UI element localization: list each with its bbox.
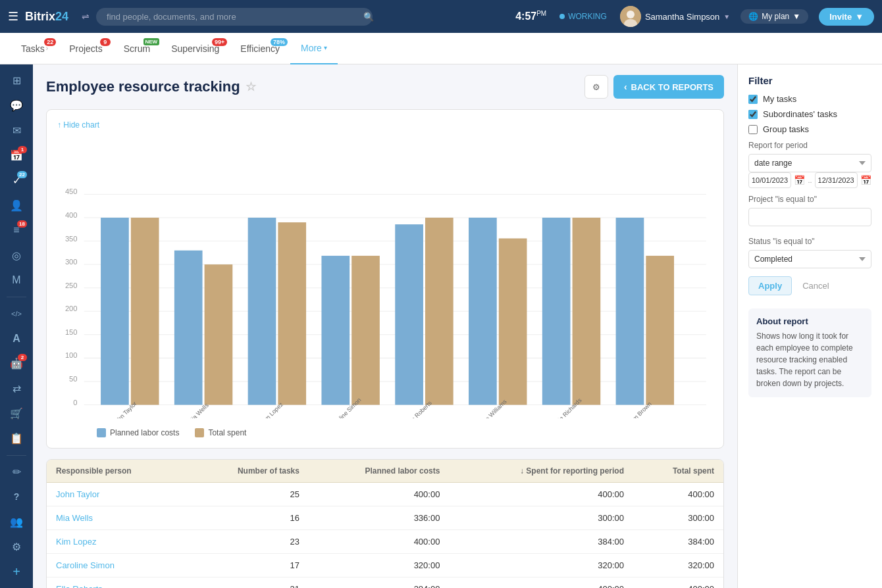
refresh-icon[interactable]: ⇌ <box>82 11 90 22</box>
svg-text:50: 50 <box>69 375 77 383</box>
right-panel: Filter My tasks Subordinates' tasks Grou… <box>737 64 882 588</box>
sidebar-item-font[interactable]: A <box>5 328 28 350</box>
sidebar-item-grid[interactable]: ⊞ <box>5 70 28 92</box>
sidebar-item-shop[interactable]: 🛒 <box>5 403 28 425</box>
person-cell[interactable]: Ella Roberts <box>47 577 188 588</box>
date-to-input[interactable] <box>815 172 858 188</box>
spent-cell: 384:00 <box>449 529 633 553</box>
sidebar-item-workflow[interactable]: ⇄ <box>5 378 28 400</box>
svg-rect-41 <box>542 218 571 405</box>
legend-planned-color <box>97 428 106 437</box>
svg-rect-32 <box>321 256 350 405</box>
person-cell[interactable]: Mia Wells <box>47 506 188 529</box>
svg-text:250: 250 <box>65 282 78 289</box>
sidebar-item-settings[interactable]: ⚙ <box>5 535 28 558</box>
sidebar-item-clipboard[interactable]: 📋 <box>5 428 28 450</box>
page-header: Employee resource tracking ☆ ⚙ ‹ BACK TO… <box>46 75 724 99</box>
table-row: John Taylor 25 400:00 400:00 400:00 <box>47 482 723 506</box>
legend-spent-color <box>195 428 204 437</box>
subordinates-checkbox[interactable]: Subordinates' tasks <box>748 109 871 119</box>
invite-chevron-icon: ▼ <box>855 12 864 22</box>
date-from-calendar-icon[interactable]: 📅 <box>794 175 805 185</box>
data-table-container: Responsible person Number of tasks Plann… <box>46 459 724 588</box>
period-select[interactable]: date range <box>748 154 871 172</box>
back-to-reports-button[interactable]: ‹ BACK TO REPORTS <box>613 75 724 99</box>
tasks-badge: 22 <box>44 38 56 46</box>
sidebar-item-robot[interactable]: 🤖2 <box>5 353 28 375</box>
sidebar-item-feed[interactable]: ≡18 <box>5 219 28 241</box>
back-icon: ‹ <box>624 82 627 92</box>
main-layout: ⊞ 💬 ✉ 📅1 ✓22 👤 ≡18 ◎ M </> A 🤖2 ⇄ 🛒 📋 ✏ … <box>0 64 882 588</box>
search-icon: 🔍 <box>363 12 374 22</box>
subnav-projects[interactable]: Projects 9 <box>59 33 113 64</box>
hide-chart-toggle[interactable]: ↑ Hide chart <box>57 120 713 130</box>
sidebar-item-mail[interactable]: ✉ <box>5 120 28 142</box>
cancel-button[interactable]: Cancel <box>797 276 834 295</box>
planned-cell: 336:00 <box>309 506 449 529</box>
legend-planned: Planned labor costs <box>97 428 179 437</box>
avatar <box>620 6 641 27</box>
table-row: Kim Lopez 23 400:00 384:00 384:00 <box>47 529 723 553</box>
user-menu[interactable]: Samantha Simpson ▼ <box>620 6 730 27</box>
tasks-cell: 17 <box>188 553 309 577</box>
apply-button[interactable]: Apply <box>748 276 792 295</box>
svg-text:100: 100 <box>65 351 78 359</box>
sidebar-item-message[interactable]: 💬 <box>5 95 28 117</box>
sidebar-item-analytics[interactable]: ◎ <box>5 244 28 266</box>
total-cell: 320:00 <box>633 553 723 577</box>
settings-button[interactable]: ⚙ <box>584 75 608 99</box>
subnav-supervising[interactable]: Supervising 99+ <box>161 33 230 64</box>
table-row: Ella Roberts 31 384:00 400:00 400:00 <box>47 577 723 588</box>
date-from-input[interactable] <box>748 172 791 188</box>
sidebar-item-tasks[interactable]: ✓22 <box>5 170 28 192</box>
subnav-efficiency[interactable]: Efficiency 78% <box>230 33 290 64</box>
about-report-section: About report Shows how long it took for … <box>748 308 871 397</box>
invite-button[interactable]: Invite ▼ <box>819 8 874 26</box>
sidebar-item-crm[interactable]: M <box>5 269 28 291</box>
sidebar-item-code[interactable]: </> <box>5 303 28 325</box>
sidebar-item-plus[interactable]: + <box>5 560 28 583</box>
svg-rect-38 <box>469 218 497 405</box>
person-cell[interactable]: John Taylor <box>47 482 188 506</box>
svg-rect-26 <box>174 251 203 405</box>
tasks-cell: 16 <box>188 506 309 529</box>
svg-text:0: 0 <box>73 399 77 406</box>
sidebar-item-users[interactable]: 👥 <box>5 510 28 533</box>
total-cell: 300:00 <box>633 506 723 529</box>
search-input[interactable] <box>96 8 373 26</box>
sidebar-item-contacts[interactable]: 👤 <box>5 195 28 217</box>
spent-cell: 400:00 <box>449 577 633 588</box>
subordinates-input[interactable] <box>748 110 758 119</box>
svg-rect-27 <box>205 264 233 404</box>
person-cell[interactable]: Caroline Simon <box>47 553 188 577</box>
subnav-more[interactable]: More ▾ <box>290 33 338 64</box>
scrum-new-badge: NEW <box>143 38 160 45</box>
person-cell[interactable]: Kim Lopez <box>47 529 188 553</box>
my-tasks-input[interactable] <box>748 95 758 104</box>
status-select[interactable]: Completed <box>748 250 871 268</box>
svg-rect-36 <box>425 218 454 405</box>
sidebar-item-help[interactable]: ? <box>5 485 28 508</box>
sidebar-item-calendar[interactable]: 📅1 <box>5 145 28 167</box>
chart-legend: Planned labor costs Total spent <box>57 428 713 437</box>
bar-chart: 0 50 100 150 200 250 300 350 400 450 <box>57 137 713 418</box>
project-input[interactable] <box>748 208 871 226</box>
sidebar-item-pen[interactable]: ✏ <box>5 460 28 483</box>
subnav-tasks[interactable]: Tasks 22 › <box>11 33 59 64</box>
hamburger-icon[interactable]: ☰ <box>8 9 18 24</box>
subnav-scrum[interactable]: Scrum NEW <box>113 33 161 64</box>
favorite-star-icon[interactable]: ☆ <box>246 80 256 94</box>
plan-button[interactable]: 🌐 My plan ▼ <box>740 9 808 24</box>
table-row: Mia Wells 16 336:00 300:00 300:00 <box>47 506 723 529</box>
svg-rect-44 <box>616 218 644 405</box>
group-tasks-checkbox[interactable]: Group tasks <box>748 124 871 134</box>
date-to-calendar-icon[interactable]: 📅 <box>860 175 871 185</box>
globe-icon: 🌐 <box>748 12 758 21</box>
svg-rect-24 <box>131 218 159 405</box>
content-area: Employee resource tracking ☆ ⚙ ‹ BACK TO… <box>33 64 737 588</box>
page-header-actions: ⚙ ‹ BACK TO REPORTS <box>584 75 724 99</box>
table-row: Caroline Simon 17 320:00 320:00 320:00 <box>47 553 723 577</box>
username-label: Samantha Simpson <box>645 12 719 22</box>
my-tasks-checkbox[interactable]: My tasks <box>748 94 871 104</box>
group-tasks-input[interactable] <box>748 125 758 134</box>
